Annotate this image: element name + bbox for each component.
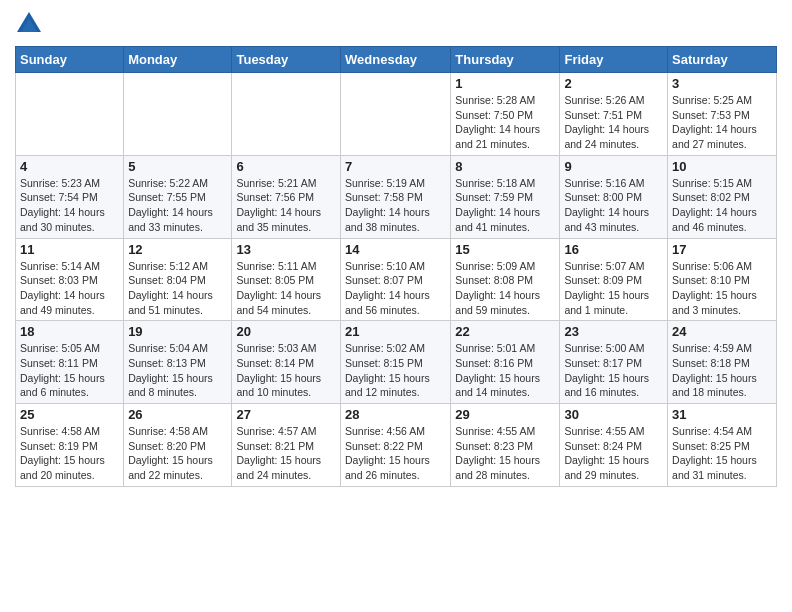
calendar-cell: 12Sunrise: 5:12 AM Sunset: 8:04 PM Dayli…: [124, 238, 232, 321]
day-info: Sunrise: 4:54 AM Sunset: 8:25 PM Dayligh…: [672, 424, 772, 483]
calendar-cell: 19Sunrise: 5:04 AM Sunset: 8:13 PM Dayli…: [124, 321, 232, 404]
day-number: 27: [236, 407, 336, 422]
calendar-cell: 9Sunrise: 5:16 AM Sunset: 8:00 PM Daylig…: [560, 155, 668, 238]
calendar-week-1: 1Sunrise: 5:28 AM Sunset: 7:50 PM Daylig…: [16, 73, 777, 156]
calendar-cell: 30Sunrise: 4:55 AM Sunset: 8:24 PM Dayli…: [560, 404, 668, 487]
calendar-cell: 24Sunrise: 4:59 AM Sunset: 8:18 PM Dayli…: [668, 321, 777, 404]
calendar-table: SundayMondayTuesdayWednesdayThursdayFrid…: [15, 46, 777, 487]
header: [15, 10, 777, 38]
day-number: 18: [20, 324, 119, 339]
day-info: Sunrise: 5:04 AM Sunset: 8:13 PM Dayligh…: [128, 341, 227, 400]
header-row: SundayMondayTuesdayWednesdayThursdayFrid…: [16, 47, 777, 73]
calendar-cell: 14Sunrise: 5:10 AM Sunset: 8:07 PM Dayli…: [341, 238, 451, 321]
calendar-cell: [341, 73, 451, 156]
calendar-cell: 27Sunrise: 4:57 AM Sunset: 8:21 PM Dayli…: [232, 404, 341, 487]
day-info: Sunrise: 5:02 AM Sunset: 8:15 PM Dayligh…: [345, 341, 446, 400]
day-number: 21: [345, 324, 446, 339]
day-number: 2: [564, 76, 663, 91]
calendar-cell: 2Sunrise: 5:26 AM Sunset: 7:51 PM Daylig…: [560, 73, 668, 156]
calendar-cell: 22Sunrise: 5:01 AM Sunset: 8:16 PM Dayli…: [451, 321, 560, 404]
day-number: 26: [128, 407, 227, 422]
day-info: Sunrise: 5:16 AM Sunset: 8:00 PM Dayligh…: [564, 176, 663, 235]
day-info: Sunrise: 5:15 AM Sunset: 8:02 PM Dayligh…: [672, 176, 772, 235]
day-info: Sunrise: 5:07 AM Sunset: 8:09 PM Dayligh…: [564, 259, 663, 318]
calendar-cell: 17Sunrise: 5:06 AM Sunset: 8:10 PM Dayli…: [668, 238, 777, 321]
day-info: Sunrise: 5:14 AM Sunset: 8:03 PM Dayligh…: [20, 259, 119, 318]
calendar-cell: 21Sunrise: 5:02 AM Sunset: 8:15 PM Dayli…: [341, 321, 451, 404]
header-cell-wednesday: Wednesday: [341, 47, 451, 73]
day-number: 12: [128, 242, 227, 257]
calendar-cell: 29Sunrise: 4:55 AM Sunset: 8:23 PM Dayli…: [451, 404, 560, 487]
day-info: Sunrise: 5:25 AM Sunset: 7:53 PM Dayligh…: [672, 93, 772, 152]
day-number: 17: [672, 242, 772, 257]
day-number: 9: [564, 159, 663, 174]
calendar-cell: 11Sunrise: 5:14 AM Sunset: 8:03 PM Dayli…: [16, 238, 124, 321]
day-number: 8: [455, 159, 555, 174]
day-info: Sunrise: 5:06 AM Sunset: 8:10 PM Dayligh…: [672, 259, 772, 318]
header-cell-monday: Monday: [124, 47, 232, 73]
day-info: Sunrise: 4:55 AM Sunset: 8:23 PM Dayligh…: [455, 424, 555, 483]
header-cell-tuesday: Tuesday: [232, 47, 341, 73]
day-number: 6: [236, 159, 336, 174]
day-number: 22: [455, 324, 555, 339]
calendar-cell: 5Sunrise: 5:22 AM Sunset: 7:55 PM Daylig…: [124, 155, 232, 238]
day-info: Sunrise: 5:01 AM Sunset: 8:16 PM Dayligh…: [455, 341, 555, 400]
day-number: 29: [455, 407, 555, 422]
calendar-cell: 3Sunrise: 5:25 AM Sunset: 7:53 PM Daylig…: [668, 73, 777, 156]
day-info: Sunrise: 5:10 AM Sunset: 8:07 PM Dayligh…: [345, 259, 446, 318]
calendar-week-5: 25Sunrise: 4:58 AM Sunset: 8:19 PM Dayli…: [16, 404, 777, 487]
calendar-cell: 1Sunrise: 5:28 AM Sunset: 7:50 PM Daylig…: [451, 73, 560, 156]
day-number: 7: [345, 159, 446, 174]
day-number: 4: [20, 159, 119, 174]
calendar-week-2: 4Sunrise: 5:23 AM Sunset: 7:54 PM Daylig…: [16, 155, 777, 238]
day-number: 31: [672, 407, 772, 422]
day-info: Sunrise: 5:11 AM Sunset: 8:05 PM Dayligh…: [236, 259, 336, 318]
day-info: Sunrise: 4:56 AM Sunset: 8:22 PM Dayligh…: [345, 424, 446, 483]
logo: [15, 10, 47, 38]
calendar-cell: 31Sunrise: 4:54 AM Sunset: 8:25 PM Dayli…: [668, 404, 777, 487]
day-info: Sunrise: 5:18 AM Sunset: 7:59 PM Dayligh…: [455, 176, 555, 235]
calendar-cell: 10Sunrise: 5:15 AM Sunset: 8:02 PM Dayli…: [668, 155, 777, 238]
day-info: Sunrise: 4:58 AM Sunset: 8:20 PM Dayligh…: [128, 424, 227, 483]
day-number: 24: [672, 324, 772, 339]
day-info: Sunrise: 5:19 AM Sunset: 7:58 PM Dayligh…: [345, 176, 446, 235]
calendar-week-4: 18Sunrise: 5:05 AM Sunset: 8:11 PM Dayli…: [16, 321, 777, 404]
calendar-cell: [232, 73, 341, 156]
day-info: Sunrise: 5:03 AM Sunset: 8:14 PM Dayligh…: [236, 341, 336, 400]
header-cell-sunday: Sunday: [16, 47, 124, 73]
day-info: Sunrise: 5:21 AM Sunset: 7:56 PM Dayligh…: [236, 176, 336, 235]
calendar-cell: 20Sunrise: 5:03 AM Sunset: 8:14 PM Dayli…: [232, 321, 341, 404]
calendar-cell: 7Sunrise: 5:19 AM Sunset: 7:58 PM Daylig…: [341, 155, 451, 238]
day-info: Sunrise: 4:58 AM Sunset: 8:19 PM Dayligh…: [20, 424, 119, 483]
day-number: 15: [455, 242, 555, 257]
day-number: 16: [564, 242, 663, 257]
day-info: Sunrise: 5:09 AM Sunset: 8:08 PM Dayligh…: [455, 259, 555, 318]
calendar-cell: 13Sunrise: 5:11 AM Sunset: 8:05 PM Dayli…: [232, 238, 341, 321]
calendar-cell: 18Sunrise: 5:05 AM Sunset: 8:11 PM Dayli…: [16, 321, 124, 404]
calendar-cell: 23Sunrise: 5:00 AM Sunset: 8:17 PM Dayli…: [560, 321, 668, 404]
day-info: Sunrise: 5:00 AM Sunset: 8:17 PM Dayligh…: [564, 341, 663, 400]
day-info: Sunrise: 4:57 AM Sunset: 8:21 PM Dayligh…: [236, 424, 336, 483]
calendar-cell: 16Sunrise: 5:07 AM Sunset: 8:09 PM Dayli…: [560, 238, 668, 321]
day-number: 14: [345, 242, 446, 257]
day-number: 3: [672, 76, 772, 91]
day-number: 10: [672, 159, 772, 174]
day-info: Sunrise: 5:22 AM Sunset: 7:55 PM Dayligh…: [128, 176, 227, 235]
day-info: Sunrise: 4:59 AM Sunset: 8:18 PM Dayligh…: [672, 341, 772, 400]
day-number: 28: [345, 407, 446, 422]
calendar-week-3: 11Sunrise: 5:14 AM Sunset: 8:03 PM Dayli…: [16, 238, 777, 321]
calendar-cell: [16, 73, 124, 156]
calendar-cell: 28Sunrise: 4:56 AM Sunset: 8:22 PM Dayli…: [341, 404, 451, 487]
calendar-cell: [124, 73, 232, 156]
day-number: 5: [128, 159, 227, 174]
day-info: Sunrise: 4:55 AM Sunset: 8:24 PM Dayligh…: [564, 424, 663, 483]
calendar-cell: 6Sunrise: 5:21 AM Sunset: 7:56 PM Daylig…: [232, 155, 341, 238]
day-info: Sunrise: 5:26 AM Sunset: 7:51 PM Dayligh…: [564, 93, 663, 152]
day-info: Sunrise: 5:05 AM Sunset: 8:11 PM Dayligh…: [20, 341, 119, 400]
day-info: Sunrise: 5:23 AM Sunset: 7:54 PM Dayligh…: [20, 176, 119, 235]
calendar-cell: 8Sunrise: 5:18 AM Sunset: 7:59 PM Daylig…: [451, 155, 560, 238]
day-number: 11: [20, 242, 119, 257]
calendar-cell: 26Sunrise: 4:58 AM Sunset: 8:20 PM Dayli…: [124, 404, 232, 487]
day-number: 13: [236, 242, 336, 257]
day-number: 19: [128, 324, 227, 339]
